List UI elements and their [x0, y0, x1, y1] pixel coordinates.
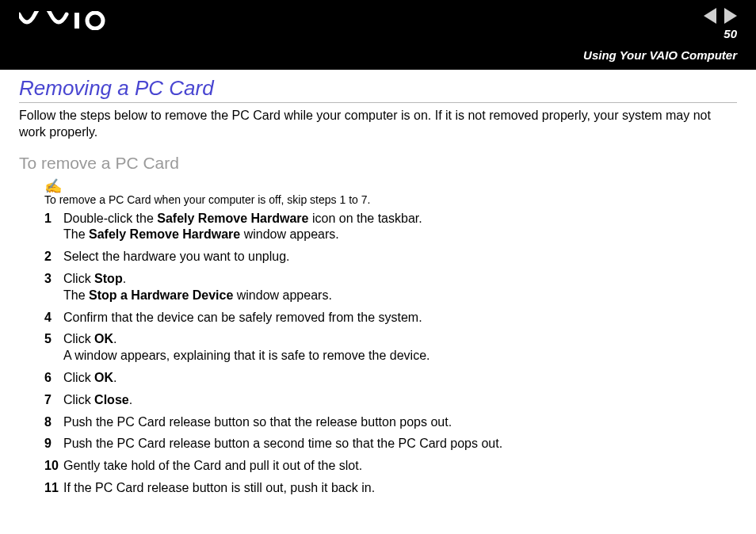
step-item: 11If the PC Card release button is still…: [44, 480, 737, 497]
page-navigation: [704, 8, 737, 24]
step-body: Select the hardware you want to unplug.: [63, 249, 737, 265]
step-item: 1Double-click the Safely Remove Hardware…: [44, 211, 737, 244]
step-number: 9: [44, 436, 63, 452]
step-item: 9Push the PC Card release button a secon…: [44, 436, 737, 452]
step-item: 2Select the hardware you want to unplug.: [44, 249, 737, 265]
note-block: ✍ To remove a PC Card when your computer…: [44, 179, 737, 206]
step-number: 1: [44, 211, 63, 244]
step-item: 5Click OK.A window appears, explaining t…: [44, 331, 737, 364]
page-title: Removing a PC Card: [19, 76, 737, 103]
step-number: 11: [44, 480, 63, 497]
step-item: 8Push the PC Card release button so that…: [44, 414, 737, 431]
step-body: If the PC Card release button is still o…: [63, 480, 737, 497]
step-number: 10: [44, 458, 63, 475]
step-item: 4Confirm that the device can be safely r…: [44, 310, 737, 326]
svg-rect-0: [74, 13, 79, 29]
step-number: 5: [44, 331, 63, 364]
note-icon: ✍: [44, 179, 737, 193]
step-number: 6: [44, 370, 63, 387]
document-header: 50 Using Your VAIO Computer: [0, 0, 756, 70]
step-body: Gently take hold of the Card and pull it…: [63, 458, 737, 475]
step-body: Click OK.: [63, 370, 737, 387]
step-body: Push the PC Card release button a second…: [63, 436, 737, 452]
step-number: 7: [44, 392, 63, 409]
steps-list: 1Double-click the Safely Remove Hardware…: [44, 211, 737, 497]
intro-text: Follow the steps below to remove the PC …: [19, 108, 737, 141]
step-item: 7Click Close.: [44, 392, 737, 409]
prev-page-icon[interactable]: [704, 8, 716, 24]
step-number: 4: [44, 310, 63, 326]
step-number: 3: [44, 271, 63, 304]
page-content: Removing a PC Card Follow the steps belo…: [0, 70, 756, 497]
svg-point-1: [87, 13, 103, 29]
step-body: Click Close.: [63, 392, 737, 409]
note-text: To remove a PC Card when your computer i…: [44, 193, 737, 206]
subtitle: To remove a PC Card: [19, 154, 737, 173]
step-item: 10Gently take hold of the Card and pull …: [44, 458, 737, 475]
step-body: Click OK.A window appears, explaining th…: [63, 331, 737, 364]
section-name: Using Your VAIO Computer: [583, 48, 737, 62]
step-item: 3Click Stop.The Stop a Hardware Device w…: [44, 271, 737, 304]
step-body: Confirm that the device can be safely re…: [63, 310, 737, 326]
step-number: 8: [44, 414, 63, 431]
step-body: Push the PC Card release button so that …: [63, 414, 737, 431]
step-number: 2: [44, 249, 63, 265]
step-body: Click Stop.The Stop a Hardware Device wi…: [63, 271, 737, 304]
next-page-icon[interactable]: [724, 8, 737, 24]
step-body: Double-click the Safely Remove Hardware …: [63, 211, 737, 244]
vaio-logo: [19, 11, 106, 30]
page-number: 50: [724, 27, 737, 40]
step-item: 6Click OK.: [44, 370, 737, 387]
